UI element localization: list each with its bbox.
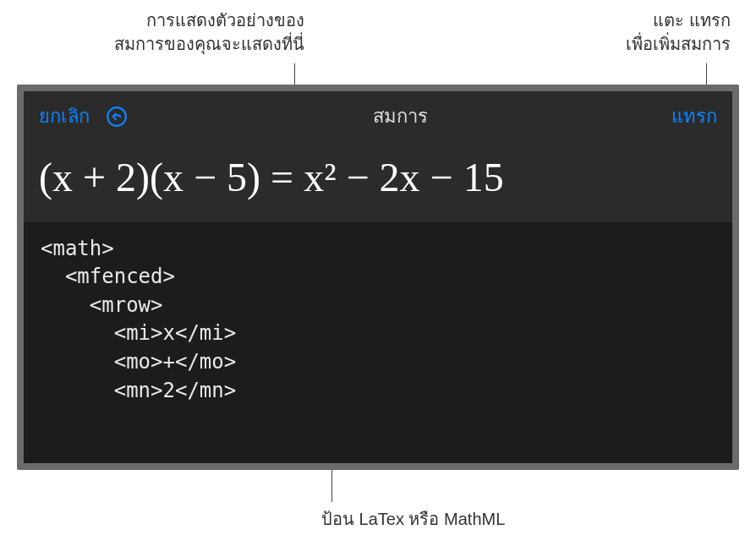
equation-dialog: ยกเลิก สมการ แทรก (x + 2)(x − 5) = x² − … [24,91,732,463]
insert-button[interactable]: แทรก [671,101,717,131]
equation-editor[interactable]: <math> <mfenced> <mrow> <mi>x</mi> <mo>+… [24,223,732,463]
header-left: ยกเลิก [39,101,129,131]
callout-preview: การแสดงตัวอย่างของสมการของคุณจะแสดงที่นี… [51,8,304,56]
callout-insert: แตะ แทรกเพื่อเพิ่มสมการ [562,8,731,56]
dialog-header: ยกเลิก สมการ แทรก [24,91,732,143]
equation-preview: (x + 2)(x − 5) = x² − 2x − 15 [24,143,732,223]
callout-input: ป้อน LaTex หรือ MathML [321,507,575,531]
cancel-button[interactable]: ยกเลิก [39,101,90,131]
dialog-container: ยกเลิก สมการ แทรก (x + 2)(x − 5) = x² − … [17,85,739,470]
equation-rendered: (x + 2)(x − 5) = x² − 2x − 15 [39,155,504,199]
undo-icon[interactable] [105,105,129,128]
svg-point-0 [107,107,126,126]
dialog-title: สมการ [373,101,428,131]
